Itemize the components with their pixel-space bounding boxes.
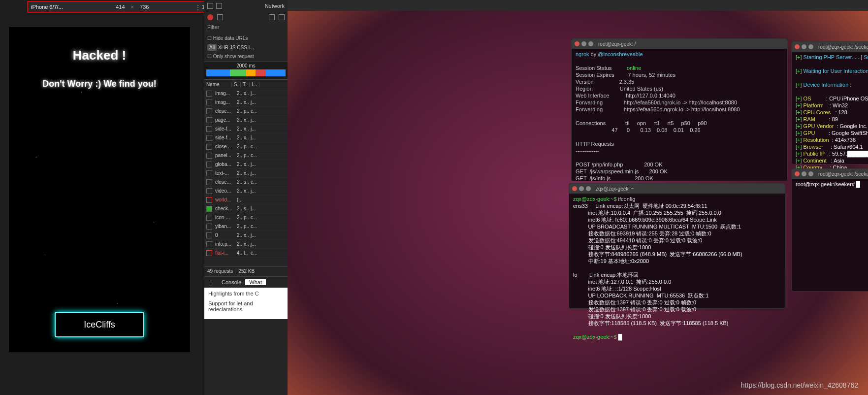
terminal-titlebar[interactable]: root@zqx-geek: / bbox=[572, 39, 787, 49]
network-footer: 49 requests 252 KB bbox=[204, 266, 288, 276]
max-icon[interactable] bbox=[586, 186, 591, 191]
table-row[interactable]: close...2..p..c... bbox=[204, 142, 288, 151]
table-row[interactable]: side-f...2..x..j... bbox=[204, 133, 288, 142]
terminal-ngrok[interactable]: root@zqx-geek: / ngrok by @inconshreveab… bbox=[571, 38, 788, 181]
filter-all[interactable]: All bbox=[207, 44, 217, 51]
max-icon[interactable] bbox=[808, 171, 813, 176]
table-row[interactable]: panel...2..p..c... bbox=[204, 151, 288, 160]
table-row[interactable]: yiban...2..p..c... bbox=[204, 222, 288, 231]
whatsnew-body: Highlights from the C Support for let an… bbox=[204, 288, 288, 319]
network-toolbar bbox=[204, 12, 288, 23]
gnome-topbar: 终端 bbox=[258, 0, 868, 11]
table-row[interactable]: world...(... bbox=[204, 196, 288, 204]
table-row[interactable]: text-...2..x..j... bbox=[204, 169, 288, 178]
min-icon[interactable] bbox=[579, 186, 584, 191]
network-table[interactable]: imag...2..x..j...imag...2..x..j...close.… bbox=[204, 89, 288, 266]
device-icon[interactable] bbox=[216, 3, 222, 9]
table-row[interactable]: video...2..x..j... bbox=[204, 187, 288, 196]
devtools-tabs: Network bbox=[204, 0, 288, 12]
drawer-more-icon[interactable]: ⋮ bbox=[204, 279, 218, 286]
chrome-devtools: iPhone 6/7/... 414 × 736 100% ▾ ⋮ Hacked… bbox=[0, 0, 258, 395]
record-icon[interactable] bbox=[207, 14, 213, 20]
table-row[interactable]: side-f...2..x..j... bbox=[204, 125, 288, 133]
dim-separator: × bbox=[128, 4, 137, 10]
table-row[interactable]: imag...2..x..j... bbox=[204, 89, 288, 98]
col-name[interactable]: Name bbox=[204, 82, 232, 87]
network-table-header: Name S. T. I... bbox=[204, 79, 288, 89]
terminal-seeker-2[interactable]: root@zqx-geek: /seeker root@zqx-geek:/se… bbox=[791, 168, 868, 292]
terminal-titlebar[interactable]: root@zqx-geek: /seeker bbox=[792, 169, 868, 179]
close-icon[interactable] bbox=[795, 171, 800, 176]
terminal-title: root@zqx-geek: / bbox=[598, 41, 636, 47]
device-select[interactable]: iPhone 6/7/... bbox=[28, 4, 66, 10]
terminal-title: zqx@zqx-geek: ~ bbox=[596, 186, 634, 192]
table-row[interactable]: check...2..s..j... bbox=[204, 204, 288, 213]
table-row[interactable]: close...2..p..c... bbox=[204, 107, 288, 116]
hide-data-urls-checkbox[interactable]: ☐ Hide data URLs bbox=[207, 34, 285, 42]
icecliffs-button[interactable]: IceCliffs bbox=[55, 312, 144, 337]
filter-input[interactable]: Filter bbox=[204, 23, 288, 33]
device-height[interactable]: 736 bbox=[137, 4, 152, 10]
device-width[interactable]: 414 bbox=[113, 4, 128, 10]
col-initiator[interactable]: I... bbox=[250, 82, 259, 87]
hacked-subtitle: Don't Worry :) We find you! bbox=[9, 79, 190, 89]
col-type[interactable]: T. bbox=[241, 82, 250, 87]
table-row[interactable]: icon-...2..p..c... bbox=[204, 213, 288, 222]
terminal-titlebar[interactable]: zqx@zqx-geek: ~ bbox=[569, 184, 785, 194]
inspect-icon[interactable] bbox=[207, 3, 213, 9]
table-row[interactable]: info.p...2..x..j... bbox=[204, 240, 288, 249]
whatsnew-tab[interactable]: What bbox=[245, 279, 266, 285]
filter-icon[interactable] bbox=[269, 14, 275, 20]
close-icon[interactable] bbox=[572, 186, 577, 191]
terminal-seeker[interactable]: root@zqx-geek: /seeker [+] Starting PHP … bbox=[791, 41, 868, 165]
terminal-title: root@zqx-geek: /seeker bbox=[818, 171, 868, 177]
max-icon[interactable] bbox=[808, 44, 813, 49]
terminal-body[interactable]: root@zqx-geek:/seeker# █ bbox=[792, 179, 868, 190]
close-icon[interactable] bbox=[795, 44, 800, 49]
terminal-titlebar[interactable]: root@zqx-geek: /seeker bbox=[792, 42, 868, 52]
ubuntu-desktop: 终端 root@zqx-geek: / ngrok by @inconshrev… bbox=[258, 0, 868, 395]
close-icon[interactable] bbox=[575, 41, 579, 46]
type-filters: All XHR JS CSS I... bbox=[204, 43, 288, 52]
col-status[interactable]: S. bbox=[232, 82, 241, 87]
min-icon[interactable] bbox=[802, 171, 806, 176]
table-row[interactable]: close...2..s..c... bbox=[204, 178, 288, 187]
min-icon[interactable] bbox=[581, 41, 586, 46]
devtools-network-panel: Network Filter ☐ Hide data URLs All XHR … bbox=[204, 0, 288, 395]
filter-xhr[interactable]: XHR bbox=[218, 45, 228, 50]
network-tab[interactable]: Network bbox=[265, 3, 285, 9]
watermark: https://blog.csdn.net/weixin_42608762 bbox=[741, 381, 858, 389]
starfield bbox=[9, 27, 190, 352]
table-row[interactable]: page...2..x..j... bbox=[204, 116, 288, 125]
terminal-title: root@zqx-geek: /seeker bbox=[818, 44, 868, 50]
terminal-ifconfig[interactable]: zqx@zqx-geek: ~ zqx@zqx-geek:~$ ifconfig… bbox=[569, 183, 785, 309]
console-tab[interactable]: Console bbox=[218, 279, 245, 285]
search-icon[interactable] bbox=[279, 14, 285, 20]
only-show-checkbox[interactable]: ☐ Only show request bbox=[207, 53, 285, 61]
table-row[interactable]: imag...2..x..j... bbox=[204, 98, 288, 107]
waterfall-overview[interactable]: 2000 ms bbox=[204, 62, 288, 79]
min-icon[interactable] bbox=[802, 44, 806, 49]
clear-icon[interactable] bbox=[217, 14, 223, 20]
devtools-drawer: ⋮ Console What Highlights from the C Sup… bbox=[204, 276, 288, 319]
table-row[interactable]: 02..x..j... bbox=[204, 231, 288, 240]
more-icon[interactable]: ⋮ bbox=[194, 3, 201, 11]
filter-css[interactable]: CSS bbox=[237, 45, 247, 50]
max-icon[interactable] bbox=[588, 41, 593, 46]
terminal-body[interactable]: zqx@zqx-geek:~$ ifconfig ens33 Link enca… bbox=[569, 194, 785, 342]
filter-img[interactable]: I... bbox=[249, 45, 254, 50]
device-preview[interactable]: Hacked ! Don't Worry :) We find you! Ice… bbox=[9, 27, 190, 352]
table-row[interactable]: globa...2..x..j... bbox=[204, 160, 288, 169]
hacked-title: Hacked ! bbox=[9, 48, 190, 63]
table-row[interactable]: flat-i...4..t..c... bbox=[204, 249, 288, 258]
filter-js[interactable]: JS bbox=[230, 45, 236, 50]
